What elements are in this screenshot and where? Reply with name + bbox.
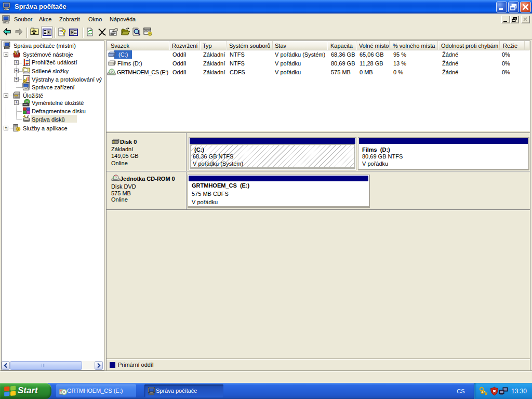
svg-text:?: ? — [62, 28, 66, 36]
